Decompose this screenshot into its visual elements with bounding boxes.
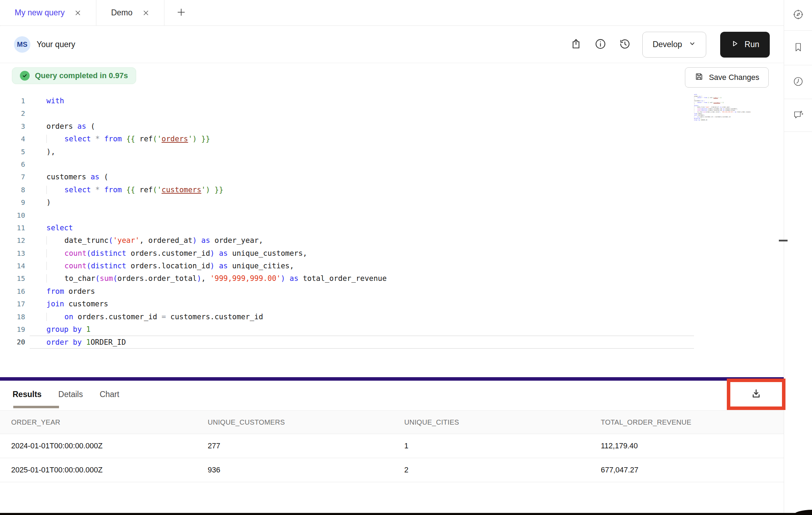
code-text[interactable] xyxy=(30,158,694,171)
table-cell: 677,047.27 xyxy=(590,466,786,475)
app-window: My new query Demo MS Your query xyxy=(0,0,812,515)
code-line-1[interactable]: 1with xyxy=(0,95,784,107)
editor-minimap[interactable]: withorders as ( select * from {{ ref('or… xyxy=(694,94,751,127)
tab-results[interactable]: Results xyxy=(13,390,42,399)
line-number: 19 xyxy=(0,323,25,336)
code-text[interactable]: join customers xyxy=(30,298,694,310)
develop-dropdown[interactable]: Develop xyxy=(642,32,706,58)
code-line-16[interactable]: 16from orders xyxy=(0,285,784,298)
code-text[interactable]: select * from {{ ref('customers') }} xyxy=(30,184,694,196)
new-tab-button[interactable] xyxy=(164,0,198,25)
recent-button[interactable] xyxy=(784,65,812,99)
table-header-row: ORDER_YEAR UNIQUE_CUSTOMERS UNIQUE_CITIE… xyxy=(0,410,786,434)
close-icon[interactable] xyxy=(142,9,149,16)
line-number: 2 xyxy=(0,107,25,120)
code-line-7[interactable]: 7customers as ( xyxy=(0,171,784,183)
table-cell: 2024-01-01T00:00:00.000Z xyxy=(0,442,197,450)
minimap-line: order by 1ORDER_ID xyxy=(694,119,751,121)
code-line-4[interactable]: 4 select * from {{ ref('orders') }} xyxy=(0,133,784,145)
tab-demo[interactable]: Demo xyxy=(96,0,164,25)
table-row[interactable]: 2025-01-01T00:00:00.000Z9362677,047.27 xyxy=(0,458,786,482)
code-text[interactable]: on orders.customer_id = customers.custom… xyxy=(30,311,694,323)
code-line-5[interactable]: 5), xyxy=(0,145,784,158)
results-tab-bar: Results Details Chart xyxy=(0,381,784,408)
line-number: 11 xyxy=(0,222,25,234)
line-number: 5 xyxy=(0,145,25,158)
download-button[interactable] xyxy=(750,388,762,401)
history-button[interactable] xyxy=(618,38,632,52)
download-button-highlight xyxy=(727,379,785,410)
code-text[interactable]: with xyxy=(30,95,694,107)
table-row[interactable]: 2024-01-01T00:00:00.000Z2771112,179.40 xyxy=(0,434,786,458)
tab-label: My new query xyxy=(15,8,65,17)
code-line-10[interactable]: 10 xyxy=(0,209,784,222)
save-changes-button[interactable]: Save Changes xyxy=(685,67,769,88)
code-line-18[interactable]: 18 on orders.customer_id = customers.cus… xyxy=(0,311,784,323)
code-line-15[interactable]: 15 to_char(sum(orders.order_total), '999… xyxy=(0,272,784,285)
code-line-8[interactable]: 8 select * from {{ ref('customers') }} xyxy=(0,184,784,196)
table-cell: 277 xyxy=(197,442,393,450)
line-number: 8 xyxy=(0,184,25,196)
save-label: Save Changes xyxy=(709,73,759,82)
code-text[interactable]: ) xyxy=(30,196,694,209)
code-text[interactable]: select xyxy=(30,222,694,234)
code-line-17[interactable]: 17join customers xyxy=(0,298,784,310)
history-icon xyxy=(619,38,631,51)
code-text[interactable]: ), xyxy=(30,145,694,158)
tab-details[interactable]: Details xyxy=(58,390,83,399)
run-button[interactable]: Run xyxy=(720,32,770,58)
code-text[interactable] xyxy=(30,107,694,120)
share-button[interactable] xyxy=(569,38,583,52)
column-header: UNIQUE_CITIES xyxy=(393,418,590,426)
code-text[interactable]: date_trunc('year', ordered_at) as order_… xyxy=(30,234,694,247)
tab-chart[interactable]: Chart xyxy=(99,390,119,399)
code-line-19[interactable]: 19group by 1 xyxy=(0,323,784,336)
code-text[interactable]: from orders xyxy=(30,285,694,298)
close-icon[interactable] xyxy=(74,9,81,16)
code-line-11[interactable]: 11select xyxy=(0,222,784,234)
line-number: 17 xyxy=(0,298,25,310)
code-text[interactable] xyxy=(30,209,694,222)
pane-resize-handle[interactable] xyxy=(0,377,784,381)
code-text[interactable]: count(distinct orders.location_id) as un… xyxy=(30,260,694,272)
code-line-6[interactable]: 6 xyxy=(0,158,784,171)
play-icon xyxy=(731,39,739,50)
column-header: UNIQUE_CUSTOMERS xyxy=(197,418,393,426)
code-lines[interactable]: 1with23orders as (4 select * from {{ ref… xyxy=(0,95,784,349)
code-text[interactable]: count(distinct orders.customer_id) as un… xyxy=(30,247,694,260)
code-text[interactable]: customers as ( xyxy=(30,171,694,183)
line-number: 1 xyxy=(0,95,25,107)
bottom-window-edge xyxy=(0,513,812,515)
tab-label: Demo xyxy=(111,8,132,17)
code-line-2[interactable]: 2 xyxy=(0,107,784,120)
explore-button[interactable] xyxy=(784,0,812,31)
code-text[interactable]: orders as ( xyxy=(30,120,694,133)
download-icon xyxy=(750,395,762,401)
line-number: 6 xyxy=(0,158,25,171)
code-line-13[interactable]: 13 count(distinct orders.customer_id) as… xyxy=(0,247,784,260)
code-text[interactable]: to_char(sum(orders.order_total), '999,99… xyxy=(30,272,694,285)
info-button[interactable] xyxy=(593,38,607,52)
code-line-20[interactable]: 20order by 1ORDER_ID xyxy=(0,336,784,348)
code-line-3[interactable]: 3orders as ( xyxy=(0,120,784,133)
code-line-14[interactable]: 14 count(distinct orders.location_id) as… xyxy=(0,260,784,272)
ai-chat-button[interactable] xyxy=(784,99,812,132)
results-panel: Results Details Chart ORDER_YEAR UNIQUE_… xyxy=(0,381,784,513)
code-line-9[interactable]: 9) xyxy=(0,196,784,209)
status-text: Query completed in 0.97s xyxy=(35,71,128,80)
check-circle-icon xyxy=(20,71,30,81)
sql-editor[interactable]: Query completed in 0.97s Save Changes 1w… xyxy=(0,63,784,377)
line-number: 4 xyxy=(0,133,25,145)
tab-my-new-query[interactable]: My new query xyxy=(0,0,96,25)
column-header: TOTAL_ORDER_REVENUE xyxy=(590,418,786,426)
table-body: 2024-01-01T00:00:00.000Z2771112,179.4020… xyxy=(0,434,786,482)
code-text[interactable]: order by 1ORDER_ID xyxy=(30,336,694,348)
code-text[interactable]: group by 1 xyxy=(30,323,694,336)
share-icon xyxy=(570,38,582,51)
scrollbar-thumb[interactable] xyxy=(779,240,788,241)
minimap-line: to_char(sum(orders.order_total), '999,99… xyxy=(694,111,751,113)
line-number: 16 xyxy=(0,285,25,298)
bookmarks-button[interactable] xyxy=(784,31,812,65)
code-line-12[interactable]: 12 date_trunc('year', ordered_at) as ord… xyxy=(0,234,784,247)
code-text[interactable]: select * from {{ ref('orders') }} xyxy=(30,133,694,145)
